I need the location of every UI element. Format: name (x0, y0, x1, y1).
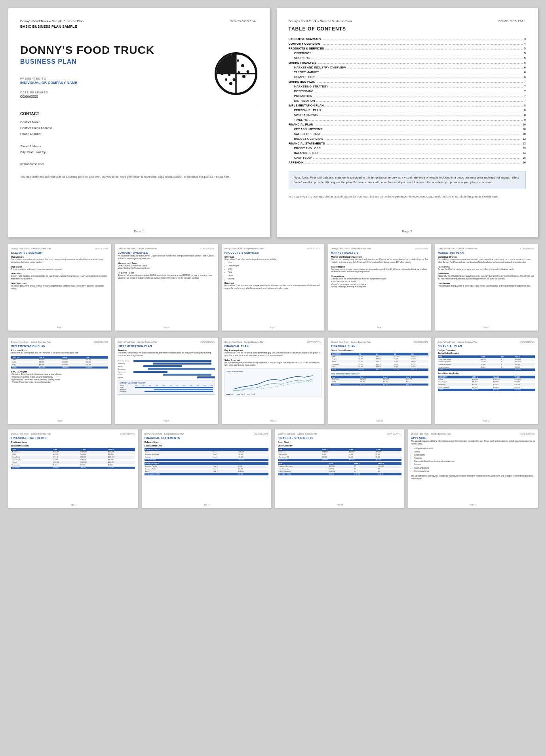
small-page-6: Donny's Food Truck – Sample Business Pla… (328, 244, 431, 331)
sp15-brand: Donny's Food Truck – Sample Business Pla… (278, 433, 318, 435)
sp3-mission-title: Our Mission (11, 256, 108, 258)
sp7-strat: Our marketing strategy leverages relatio… (438, 258, 535, 264)
sp12-footer: Page 12 (435, 420, 538, 422)
svg-point-8 (229, 82, 232, 85)
sp8-section: IMPLEMENTATION PLAN (11, 345, 108, 348)
sp8-swot-s: • Strengths: Strong brand, loyal custome… (11, 373, 108, 376)
sp3-goals: Donny's Food Truck has been operating fo… (11, 275, 108, 281)
sp16-section: APPENDIX (411, 437, 535, 439)
sp6-section: MARKET ANALYSIS (331, 251, 428, 254)
toc-item: OFFERINGS5 (289, 51, 526, 55)
sp3-obj: To achieve $500,000 in annual revenue by… (11, 285, 108, 291)
toc-item: PROMOTION7 (289, 93, 526, 98)
sp8-pers-title: Personnel Plan (11, 349, 108, 351)
svg-point-3 (246, 70, 249, 73)
svg-point-4 (242, 75, 245, 78)
sp6-conf: CONFIDENTIAL (414, 247, 428, 250)
sp15-cf-sub: Sales: Cash Flow (278, 445, 402, 447)
small-page-11: Donny's Food Truck – Sample Business Pla… (328, 337, 431, 424)
sp6-comp: Currently, there are limited food trucks… (331, 278, 428, 289)
page1-footer: Page 1 (8, 230, 270, 233)
sp8-swot-o: • Opportunities: Partner with local busi… (11, 379, 108, 382)
sp6-mkt: The food truck industry has grown signif… (331, 258, 428, 264)
sp8-brand: Donny's Food Truck – Sample Business Pla… (11, 341, 51, 343)
sp4-funds-title: Required Funds (118, 272, 215, 274)
sp9-timeline-title: Timeline (118, 349, 215, 351)
sp7-brand: Donny's Food Truck – Sample Business Pla… (438, 247, 478, 250)
toc-item: BUDGET OVERVIEW12 (289, 136, 526, 141)
toc-item: MARKETING STRATEGY7 (289, 84, 526, 89)
sp7-footer: Page 7 (435, 327, 538, 329)
sp13-conf: CONFIDENTIAL (120, 433, 135, 435)
svg-point-10 (221, 72, 223, 75)
small-page-14: Donny's Food Truck – Sample Business Pla… (141, 429, 272, 508)
page2-footer: Page 2 (277, 230, 538, 233)
sp10-section: FINANCIAL PLAN (224, 345, 322, 348)
sp10-key-title: Key Assumptions (224, 349, 322, 351)
sp6-comp-title: Competition (331, 275, 428, 277)
sales-line-chart (226, 373, 320, 391)
sp11-footer: Page 11 (328, 420, 431, 422)
toc-item: TARGET MARKET6 (289, 70, 526, 74)
sp4-mgmt: Donny Sanchez, Founder and OwnerMiguel S… (118, 265, 215, 270)
svg-point-7 (228, 74, 230, 76)
sp8-conf: CONFIDENTIAL (94, 341, 108, 343)
page1-confidential: CONFIDENTIAL (230, 19, 258, 23)
sp8-pers: At this time, the existing team calls fo… (11, 352, 108, 355)
sp14-assets-title: Sales: Balance Sheet (145, 445, 268, 447)
sp16-intro: The appendix provides additional informa… (411, 440, 535, 446)
toc-item: POSITIONING7 (289, 89, 526, 93)
page1-header: Donny's Food Truck – Sample Business Pla… (20, 19, 258, 23)
sp12-section: FINANCIAL PLAN (438, 345, 535, 348)
sp14-bs-title: Balance Sheet (145, 441, 268, 443)
toc-item: SWOT ANALYSIS8 (289, 112, 526, 117)
sp5-offerings-list: Pizza Cheeseburger Tacos Pasta Salads De… (228, 261, 322, 280)
sp13-pl-table: ITEMYEAR 1YEAR 2YEAR 3 Total Revenue$120… (11, 448, 135, 469)
toc-item: SALES FORECAST10 (289, 131, 526, 136)
sp16-note: The appendix to this plan provides exhib… (411, 475, 535, 481)
sp10-key: Donny's Food Truck will see annual sales… (224, 352, 322, 357)
sp3-mission: Our mission is to provide quality, authe… (11, 258, 108, 264)
sp10-sf: We expect the highest performance during… (224, 362, 322, 367)
small-page-4: Donny's Food Truck – Sample Business Pla… (114, 244, 218, 331)
svg-point-12 (220, 67, 222, 69)
sp10-brand: Donny's Food Truck – Sample Business Pla… (224, 341, 264, 343)
sp6-footer: Page 6 (328, 327, 431, 329)
page-1: Donny's Food Truck – Sample Business Pla… (8, 8, 270, 237)
contact-info: Contact Name Contact Email Address Phone… (20, 119, 258, 167)
small-pages-row-1: Donny's Food Truck – Sample Business Pla… (8, 244, 538, 331)
small-page-16: Donny's Food Truck – Sample Business Pla… (408, 429, 538, 508)
page1-disclaimer: You may utilize this business plan as a … (20, 175, 258, 179)
sp6-brand: Donny's Food Truck – Sample Business Pla… (331, 247, 371, 250)
sp15-cf-table: ITEMYEAR 1YEAR 2YEAR 3 Net Income-$84,88… (278, 448, 402, 461)
contact-title: CONTACT (20, 112, 258, 116)
sp14-conf: CONFIDENTIAL (254, 433, 268, 435)
sp4-brand: Donny's Food Truck – Sample Business Pla… (118, 247, 157, 250)
timeline-visual: Business Setup Marketing Hiring Operatio… (118, 360, 215, 378)
contact-section: CONTACT Contact Name Contact Email Addre… (20, 112, 258, 167)
sp14-footer: Page 14 (142, 504, 271, 506)
sales-chart: Sales: Sales Forecast Year 1 Year 2 Year… (224, 369, 322, 397)
sp7-strat-title: Marketing Strategy (438, 256, 535, 258)
toc-item: DISTRIBUTION7 (289, 98, 526, 103)
sp7-dist: The distribution strategy will be to ser… (438, 285, 535, 288)
sp16-brand: Donny's Food Truck – Sample Business Pla… (411, 433, 451, 435)
sp12-brand: Donny's Food Truck – Sample Business Pla… (438, 341, 478, 343)
sp16-conf: CONFIDENTIAL (520, 433, 535, 435)
sp13-footer: Page 13 (8, 504, 138, 506)
sp8-table: POSITIONYear 1Year 2Year 3 Owner$50,000$… (11, 356, 108, 369)
sp6-mkt-title: Market and Industry Overview (331, 256, 428, 258)
toc-item: TIMELINE9 (289, 117, 526, 122)
small-page-3: Donny's Food Truck – Sample Business Pla… (8, 244, 111, 331)
sp7-promo-title: Promotion (438, 272, 535, 275)
toc-item: APPENDIX16 (289, 160, 526, 165)
sp12-conf: CONFIDENTIAL (520, 341, 535, 343)
sp13-pl-sub: Sales Profit and Loss (11, 445, 135, 447)
page1-brand: Donny's Food Truck – Sample Business Pla… (20, 19, 84, 23)
sp15-section: FINANCIAL STATEMENTS (278, 437, 402, 439)
sp9-footer: Page 9 (115, 420, 217, 422)
page-2: Donny's Food Truck – Sample Business Pla… (276, 8, 538, 237)
page2-confidential: CONFIDENTIAL (498, 19, 526, 23)
sp10-sf-title: Sales Forecast (224, 359, 322, 361)
sp7-pos-title: Positioning (438, 266, 535, 268)
